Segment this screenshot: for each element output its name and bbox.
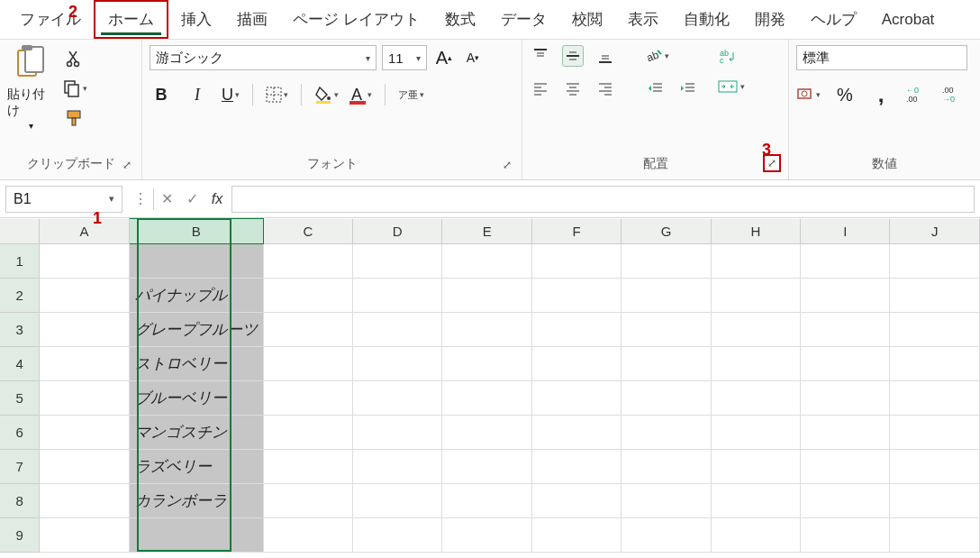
cell[interactable] (442, 381, 531, 416)
col-header-i[interactable]: I (801, 219, 890, 244)
wrap-text-button[interactable]: abc (717, 45, 739, 67)
cell[interactable] (40, 347, 129, 381)
cell[interactable] (801, 381, 890, 416)
cell[interactable] (622, 381, 711, 416)
cell[interactable] (353, 450, 442, 484)
cell[interactable] (622, 450, 711, 484)
bold-button[interactable]: B (150, 83, 173, 106)
cell[interactable] (622, 279, 711, 313)
menu-file[interactable]: ファイル (7, 2, 94, 37)
enter-formula-button[interactable]: ✓ (179, 187, 204, 212)
cell[interactable] (263, 347, 352, 381)
decrease-decimal-button[interactable]: .00→0 (941, 83, 965, 106)
cell[interactable]: グレープフルーツ (129, 313, 263, 347)
name-box[interactable]: B1 ▾ (5, 186, 122, 213)
cell[interactable] (531, 347, 621, 381)
menu-view[interactable]: 表示 (615, 2, 671, 37)
row-header[interactable]: 8 (0, 484, 40, 518)
row-header[interactable]: 2 (0, 279, 40, 313)
cell[interactable] (40, 244, 129, 279)
cell[interactable] (40, 279, 129, 313)
cell[interactable] (353, 381, 442, 416)
cell[interactable] (442, 484, 531, 518)
row-header[interactable]: 3 (0, 313, 40, 347)
cell[interactable]: カランボーラ (129, 484, 263, 518)
col-header-d[interactable]: D (353, 219, 442, 244)
cell[interactable] (353, 484, 442, 518)
cell[interactable] (263, 518, 352, 553)
cell[interactable] (353, 416, 442, 450)
cell[interactable] (711, 484, 800, 518)
cell[interactable] (129, 518, 263, 553)
menu-developer[interactable]: 開発 (742, 2, 798, 37)
cell[interactable] (801, 347, 890, 381)
phonetic-button[interactable]: ア亜 ▾ (398, 90, 424, 100)
cell[interactable] (353, 518, 442, 553)
cell[interactable] (622, 313, 711, 347)
menu-page-layout[interactable]: ページ レイアウト (280, 2, 432, 37)
clipboard-dialog-launcher[interactable]: ⤢ (120, 158, 134, 172)
cell[interactable] (890, 279, 980, 313)
font-color-button[interactable]: A ▾ (351, 85, 372, 105)
cell[interactable] (890, 484, 980, 518)
row-header[interactable]: 4 (0, 347, 40, 381)
cell[interactable] (40, 381, 129, 416)
cell[interactable] (890, 381, 980, 416)
align-left-button[interactable] (530, 78, 551, 99)
cell[interactable] (263, 450, 352, 484)
merge-center-button[interactable]: ▾ (717, 78, 745, 96)
cell[interactable] (442, 313, 531, 347)
decrease-font-button[interactable]: A▾ (461, 46, 485, 69)
cut-button[interactable] (63, 47, 86, 70)
cell[interactable] (442, 518, 531, 553)
cell[interactable] (40, 416, 129, 450)
cell[interactable] (263, 313, 352, 347)
cell[interactable]: マンゴスチン (129, 416, 263, 450)
increase-font-button[interactable]: A▴ (432, 46, 456, 69)
cell[interactable] (531, 484, 621, 518)
cell[interactable] (353, 244, 442, 279)
formula-input[interactable] (231, 186, 975, 213)
menu-formulas[interactable]: 数式 (432, 2, 488, 37)
cell[interactable] (711, 381, 800, 416)
row-header[interactable]: 7 (0, 450, 40, 484)
cell[interactable] (531, 450, 621, 484)
menu-insert[interactable]: 挿入 (168, 2, 224, 37)
menu-acrobat[interactable]: Acrobat (869, 4, 948, 36)
cell[interactable] (801, 244, 890, 279)
increase-decimal-button[interactable]: ←0.00 (905, 83, 929, 106)
cell[interactable]: ラズベリー (129, 450, 263, 484)
menu-automate[interactable]: 自動化 (671, 2, 742, 37)
cell[interactable] (890, 450, 980, 484)
cell[interactable] (531, 313, 621, 347)
underline-button[interactable]: U▾ (222, 86, 240, 105)
cell[interactable] (711, 450, 800, 484)
cell[interactable] (531, 244, 621, 279)
comma-style-button[interactable]: , (869, 83, 893, 106)
cell[interactable] (711, 313, 800, 347)
menu-data[interactable]: データ (488, 2, 559, 37)
select-all-corner[interactable] (0, 219, 40, 244)
cell[interactable] (801, 450, 890, 484)
cell[interactable] (40, 484, 129, 518)
cell[interactable] (711, 416, 800, 450)
col-header-h[interactable]: H (711, 219, 800, 244)
cell[interactable] (622, 484, 711, 518)
align-top-button[interactable] (530, 45, 551, 67)
cell[interactable] (353, 347, 442, 381)
cell[interactable] (801, 416, 890, 450)
align-middle-button[interactable] (562, 45, 584, 67)
col-header-b[interactable]: B (129, 219, 263, 244)
cell[interactable] (622, 416, 711, 450)
menu-home[interactable]: ホーム (94, 0, 168, 39)
cell[interactable] (353, 313, 442, 347)
cell[interactable] (622, 244, 711, 279)
italic-button[interactable]: I (186, 83, 209, 106)
paste-button[interactable]: 貼り付け ▾ (7, 45, 54, 131)
cell[interactable]: パイナップル (129, 279, 263, 313)
col-header-c[interactable]: C (263, 219, 352, 244)
increase-indent-button[interactable] (677, 78, 699, 99)
cell[interactable] (711, 244, 800, 279)
cell[interactable] (129, 244, 263, 279)
cell[interactable] (801, 484, 890, 518)
